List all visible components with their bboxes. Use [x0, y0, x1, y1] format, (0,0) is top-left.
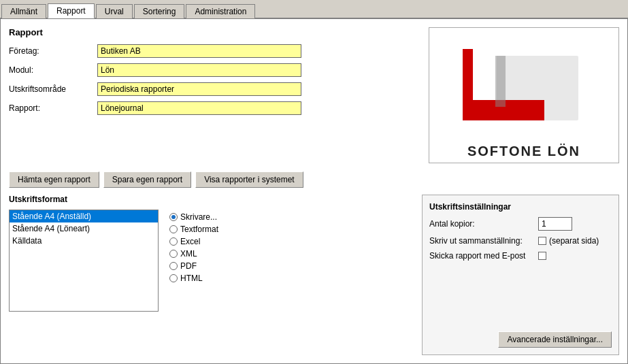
top-section: Rapport Företag: Modul: Utskriftsområde …: [9, 27, 619, 163]
list-item[interactable]: Stående A4 (Löneart): [10, 222, 158, 235]
radio-xml-label: XML: [180, 249, 197, 259]
skicka-checkbox[interactable]: [538, 252, 546, 260]
rapport-section-title: Rapport: [9, 27, 418, 37]
tab-bar: Allmänt Rapport Urval Sortering Administ…: [0, 0, 628, 19]
tab-rapport[interactable]: Rapport: [48, 3, 95, 18]
hamta-rapport-button[interactable]: Hämta egen rapport: [9, 171, 99, 188]
list-item[interactable]: Stående A4 (Anställd): [10, 210, 158, 222]
utskriftsinst-title: Utskriftsinställningar: [429, 202, 612, 212]
logo-text: SOFTONE LÖN: [467, 144, 580, 159]
tab-allman[interactable]: Allmänt: [1, 4, 46, 18]
antal-kopior-label: Antal kopior:: [429, 219, 538, 229]
foretag-input[interactable]: [97, 44, 301, 58]
foretag-label: Företag:: [9, 46, 97, 56]
format-container: Stående A4 (Anställd) Stående A4 (Lönear…: [9, 210, 411, 312]
utskriftsformat-title: Utskriftsformat: [9, 195, 411, 204]
radio-xml[interactable]: XML: [169, 249, 218, 259]
svg-rect-4: [495, 56, 506, 107]
svg-rect-3: [473, 49, 497, 100]
format-list[interactable]: Stående A4 (Anställd) Stående A4 (Lönear…: [9, 210, 159, 312]
radio-pdf-btn[interactable]: [169, 262, 178, 270]
bottom-section: Utskriftsformat Stående A4 (Anställd) St…: [9, 195, 619, 355]
buttons-row: Hämta egen rapport Spara egen rapport Vi…: [9, 171, 619, 188]
skicka-label: Skicka rapport med E-post: [429, 251, 538, 261]
radio-xml-btn[interactable]: [169, 250, 178, 258]
tab-sortering[interactable]: Sortering: [134, 4, 185, 18]
form-row-foretag: Företag:: [9, 44, 418, 58]
radio-html[interactable]: HTML: [169, 274, 218, 283]
antal-kopior-input[interactable]: [538, 217, 572, 231]
visa-rapporter-button[interactable]: Visa rapporter i systemet: [195, 171, 303, 188]
skriv-ut-checkbox[interactable]: [538, 237, 546, 245]
form-area: Rapport Företag: Modul: Utskriftsområde …: [9, 27, 418, 163]
skriv-ut-checkbox-area: (separat sida): [538, 236, 599, 246]
radio-skrivare-label: Skrivare...: [180, 212, 217, 222]
spara-rapport-button[interactable]: Spara egen rapport: [103, 171, 191, 188]
rapport-input[interactable]: [97, 101, 301, 115]
logo-svg: [449, 42, 599, 131]
list-item[interactable]: Källdata: [10, 235, 158, 247]
radio-html-btn[interactable]: [169, 274, 178, 282]
utskriftsomrade-label: Utskriftsområde: [9, 84, 97, 94]
print-settings: Utskriftsinställningar Antal kopior: Skr…: [422, 195, 619, 355]
radio-skrivare-btn[interactable]: [169, 213, 178, 221]
form-row-modul: Modul:: [9, 63, 418, 77]
form-row-rapport: Rapport:: [9, 101, 418, 115]
main-content: Rapport Företag: Modul: Utskriftsområde …: [0, 19, 628, 364]
radio-textformat-label: Textformat: [180, 225, 218, 234]
radio-textformat-btn[interactable]: [169, 225, 178, 233]
advanced-btn-row: Avancerade inställningar...: [429, 326, 612, 348]
skriv-ut-suffix: (separat sida): [549, 236, 599, 246]
print-format: Utskriftsformat Stående A4 (Anställd) St…: [9, 195, 411, 355]
antal-kopior-row: Antal kopior:: [429, 217, 612, 231]
utskriftsomrade-input[interactable]: [97, 82, 301, 96]
radio-pdf[interactable]: PDF: [169, 261, 218, 271]
tab-administration[interactable]: Administration: [186, 4, 255, 18]
radio-excel-btn[interactable]: [169, 237, 178, 246]
advanced-settings-button[interactable]: Avancerade inställningar...: [498, 331, 612, 348]
radio-pdf-label: PDF: [180, 261, 197, 271]
skriv-ut-label: Skriv ut sammanställning:: [429, 236, 538, 246]
rapport-label: Rapport:: [9, 103, 97, 113]
form-row-utskriftsomrade: Utskriftsområde: [9, 82, 418, 96]
print-settings-inner: Utskriftsinställningar Antal kopior: Skr…: [429, 202, 612, 348]
radio-textformat[interactable]: Textformat: [169, 225, 218, 234]
radio-group: Skrivare... Textformat Excel XML: [169, 210, 218, 312]
logo-area: SOFTONE LÖN: [429, 27, 619, 163]
radio-excel-label: Excel: [180, 237, 200, 246]
radio-html-label: HTML: [180, 274, 203, 283]
radio-skrivare[interactable]: Skrivare...: [169, 212, 218, 222]
logo-graphic: [429, 32, 618, 141]
modul-label: Modul:: [9, 65, 97, 75]
tab-urval[interactable]: Urval: [96, 4, 133, 18]
radio-excel[interactable]: Excel: [169, 237, 218, 246]
skicka-row: Skicka rapport med E-post: [429, 251, 612, 261]
modul-input[interactable]: [97, 63, 301, 77]
skriv-ut-row: Skriv ut sammanställning: (separat sida): [429, 236, 612, 246]
